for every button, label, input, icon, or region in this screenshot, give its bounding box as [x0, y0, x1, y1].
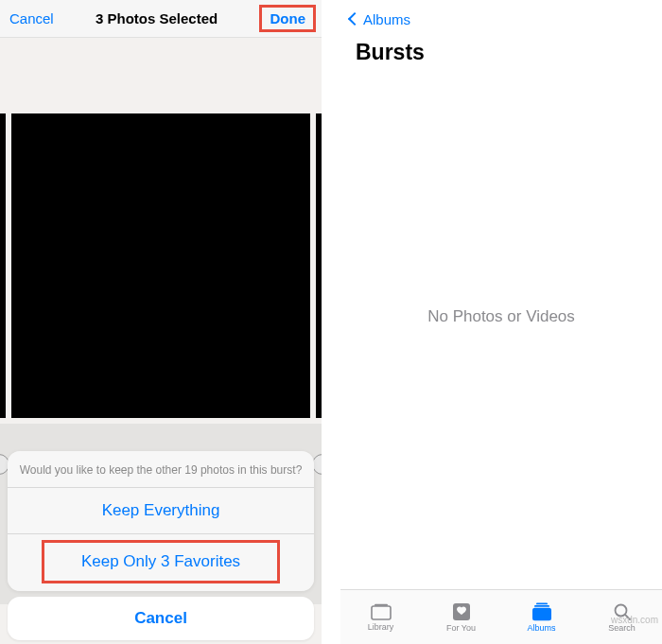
done-button[interactable]: Done [270, 10, 305, 26]
svg-rect-3 [536, 602, 548, 604]
svg-rect-4 [534, 605, 549, 607]
back-label: Albums [363, 11, 410, 27]
svg-rect-1 [375, 603, 388, 605]
library-icon [371, 603, 392, 620]
page-title: Bursts [356, 40, 425, 65]
chevron-left-icon [348, 12, 361, 26]
left-phone-screen: Cancel 3 Photos Selected Done Would you … [0, 0, 322, 644]
selected-photo-preview[interactable] [11, 113, 310, 418]
done-button-highlight: Done [259, 5, 316, 32]
tab-library[interactable]: Library [340, 590, 421, 644]
right-phone-screen: Albums Bursts No Photos or Videos Librar… [340, 0, 662, 644]
nav-title: 3 Photos Selected [96, 10, 218, 26]
photo-filmstrip[interactable] [0, 113, 322, 418]
svg-rect-5 [532, 607, 551, 620]
selection-nav-bar: Cancel 3 Photos Selected Done [0, 0, 322, 38]
albums-icon [531, 602, 552, 621]
tab-for-you[interactable]: For You [421, 590, 501, 644]
tab-label: For You [446, 623, 476, 633]
svg-rect-0 [372, 606, 391, 619]
albums-nav-bar: Albums [340, 0, 662, 38]
watermark: wsxdn.com [611, 615, 658, 625]
back-to-albums-button[interactable]: Albums [350, 11, 410, 27]
tab-albums[interactable]: Albums [501, 590, 582, 644]
screenshot-divider [322, 0, 340, 644]
empty-state-label: No Photos or Videos [340, 307, 662, 326]
for-you-icon [452, 602, 471, 621]
action-sheet: Would you like to keep the other 19 phot… [8, 451, 314, 591]
tab-label: Albums [527, 623, 555, 633]
keep-everything-button[interactable]: Keep Everything [8, 488, 314, 534]
cancel-button[interactable]: Cancel [9, 10, 54, 26]
action-sheet-cancel-button[interactable]: Cancel [8, 597, 314, 640]
next-photo-sliver[interactable] [316, 113, 322, 418]
keep-only-favorites-button[interactable]: Keep Only 3 Favorites [42, 540, 280, 583]
tab-label: Library [368, 622, 394, 632]
action-sheet-message: Would you like to keep the other 19 phot… [8, 451, 314, 488]
